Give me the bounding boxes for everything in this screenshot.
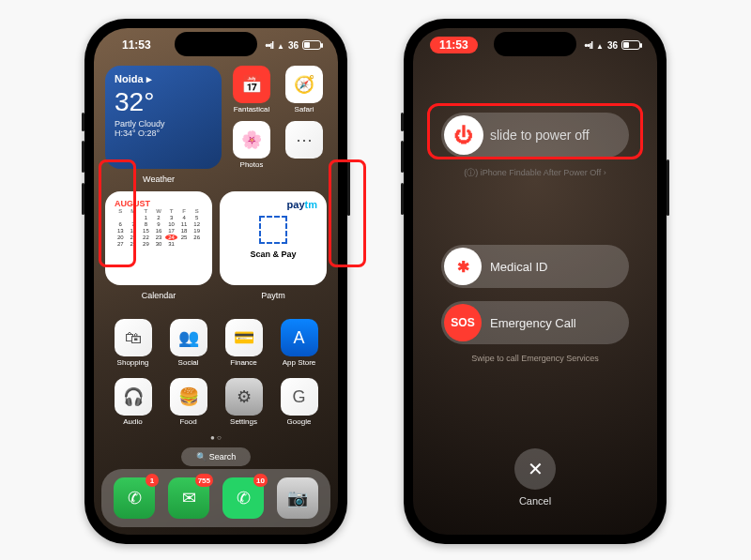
calendar-day: 27: [115, 241, 127, 247]
cellular-icon: [584, 40, 592, 51]
app-finance[interactable]: 💳Finance: [225, 319, 263, 367]
app-phone[interactable]: ✆1: [114, 477, 155, 519]
app-icon: ⋯: [285, 121, 323, 159]
calendar-day: 4: [178, 215, 191, 220]
status-indicators: 36: [265, 40, 321, 51]
calendar-day: 5: [191, 215, 203, 220]
app-whatsapp[interactable]: ✆10: [222, 477, 264, 519]
calendar-month: AUGUST: [115, 199, 203, 208]
mute-switch[interactable]: [82, 113, 84, 131]
page-dots[interactable]: ● ○: [94, 433, 338, 442]
volume-up-button[interactable]: [82, 141, 84, 173]
weather-caption: Weather: [105, 174, 212, 184]
wifi-icon: [277, 40, 284, 51]
calendar-day: 30: [153, 241, 165, 247]
medical-id-label: Medical ID: [490, 260, 547, 274]
cancel-button[interactable]: ✕ Cancel: [514, 448, 556, 507]
sos-icon[interactable]: SOS: [444, 304, 482, 341]
app-social[interactable]: 👥Social: [170, 319, 207, 367]
app-messages[interactable]: ✉755: [168, 477, 209, 519]
app-label: Finance: [230, 358, 256, 367]
power-icon[interactable]: ⏻: [444, 115, 483, 155]
app-audio[interactable]: 🎧Audio: [115, 378, 152, 426]
app-shopping[interactable]: 🛍Shopping: [115, 319, 152, 367]
findable-note[interactable]: (ⓘ) iPhone Findable After Power Off ›: [413, 167, 657, 179]
app-camera[interactable]: 📷: [277, 477, 318, 519]
app-label: Photos: [240, 160, 264, 169]
calendar-day: 21: [128, 235, 140, 240]
Audio-icon: 🎧: [115, 378, 152, 416]
Photos-icon: 🌸: [233, 121, 270, 159]
app-fantastical[interactable]: 📅Fantastical: [229, 66, 274, 114]
app-label: Safari: [295, 105, 314, 114]
battery-pct: 36: [288, 40, 299, 51]
volume-up-button[interactable]: [401, 141, 404, 173]
calendar-day: [128, 215, 140, 220]
calendar-day: 9: [153, 221, 165, 227]
spotlight-search[interactable]: 🔍 Search: [181, 447, 251, 466]
app-photos[interactable]: 🌸Photos: [229, 121, 274, 169]
cancel-label: Cancel: [519, 495, 551, 507]
medical-id-slider[interactable]: ✱ Medical ID: [441, 245, 629, 288]
status-time: 11:53: [111, 38, 151, 52]
badge: 1: [146, 474, 159, 487]
app-food[interactable]: 🍔Food: [170, 378, 207, 426]
app-[interactable]: ⋯: [282, 121, 327, 169]
paytm-logo: paytm: [229, 199, 317, 210]
calendar-widget[interactable]: AUGUST SMTWTFS12345678910111213141516171…: [105, 191, 212, 285]
calendar-day: 26: [191, 235, 203, 240]
volume-down-button[interactable]: [82, 183, 84, 215]
app-app-store[interactable]: AApp Store: [281, 319, 318, 367]
app-google[interactable]: GGoogle: [281, 378, 318, 426]
calendar-dow: W: [153, 208, 165, 214]
cellular-icon: [265, 40, 273, 51]
paytm-widget[interactable]: paytm Scan & Pay: [220, 191, 327, 285]
app-label: App Store: [283, 358, 316, 367]
close-icon[interactable]: ✕: [514, 448, 556, 490]
phone-icon: ✆1: [114, 477, 155, 519]
calendar-day: 31: [165, 241, 177, 247]
app-label: Shopping: [117, 358, 149, 367]
calendar-day: 11: [178, 221, 191, 227]
calendar-day: 24: [165, 235, 177, 240]
calendar-day: 28: [128, 241, 140, 247]
app-safari[interactable]: 🧭Safari: [282, 66, 327, 114]
medical-icon[interactable]: ✱: [444, 248, 482, 285]
battery-pct: 36: [607, 40, 618, 51]
calendar-dow: T: [165, 208, 177, 214]
side-button[interactable]: [347, 159, 350, 216]
home-screen: Noida ▸ 32° Partly Cloudy H:34° O:28° 📅F…: [94, 28, 338, 535]
dynamic-island: [175, 32, 257, 56]
calendar-day: 25: [178, 235, 191, 240]
weather-widget[interactable]: Noida ▸ 32° Partly Cloudy H:34° O:28°: [105, 66, 222, 169]
calendar-day: 22: [140, 235, 152, 240]
weather-temp: 32°: [115, 87, 212, 117]
side-button[interactable]: [667, 159, 669, 216]
app-label: Social: [178, 358, 199, 367]
Safari-icon: 🧭: [285, 66, 323, 103]
emergency-call-slider[interactable]: SOS Emergency Call: [441, 301, 629, 344]
status-time: 11:53: [430, 37, 478, 53]
app-label: Settings: [230, 417, 257, 426]
power-off-slider[interactable]: ⏻ slide to power off: [441, 113, 629, 158]
volume-down-button[interactable]: [401, 183, 404, 215]
weather-hilo: H:34° O:28°: [115, 129, 212, 138]
paytm-caption: Paytm: [220, 291, 327, 300]
mute-switch[interactable]: [401, 113, 404, 131]
calendar-day: 16: [153, 228, 165, 234]
calendar-day: 3: [165, 215, 177, 220]
emergency-call-label: Emergency Call: [490, 316, 576, 330]
app-settings[interactable]: ⚙Settings: [225, 378, 263, 426]
search-icon: 🔍: [196, 452, 207, 462]
Social-icon: 👥: [170, 319, 207, 356]
Food-icon: 🍔: [170, 378, 207, 416]
calendar-day: 29: [140, 241, 152, 247]
calendar-day: [115, 215, 127, 220]
app-label: Google: [287, 417, 312, 426]
calendar-day: 6: [115, 221, 127, 227]
calendar-day: 2: [153, 215, 165, 220]
badge: 755: [195, 474, 213, 487]
weather-location: Noida ▸: [115, 73, 212, 85]
calendar-day: 23: [153, 235, 165, 240]
Shopping-icon: 🛍: [115, 319, 152, 356]
